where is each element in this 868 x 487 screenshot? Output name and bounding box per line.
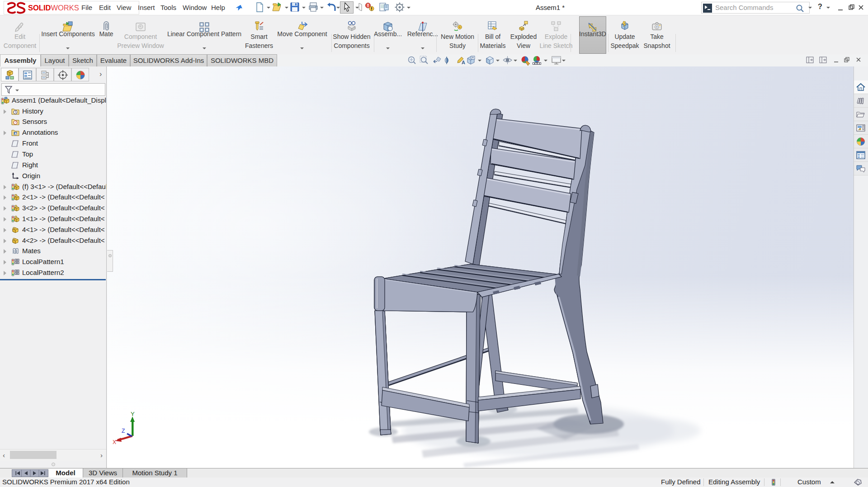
svg-text:Y: Y: [131, 411, 135, 417]
svg-text:SOLIDWORKS: SOLIDWORKS: [28, 4, 79, 12]
svg-text:A: A: [14, 132, 17, 135]
svg-text:Z: Z: [122, 428, 125, 434]
svg-text:A: A: [462, 60, 465, 65]
svg-text:X: X: [113, 439, 116, 444]
